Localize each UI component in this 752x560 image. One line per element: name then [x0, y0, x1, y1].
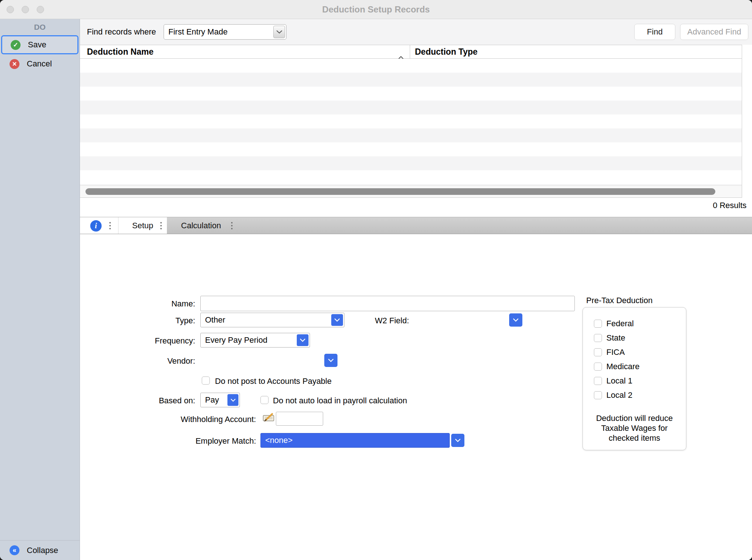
pretax-option-state[interactable]: State	[594, 334, 682, 342]
do-not-autoload-label: Do not auto load in payroll calculation	[273, 396, 407, 406]
window-title: Deduction Setup Records	[0, 0, 752, 19]
tab-calculation-label: Calculation	[181, 221, 221, 230]
frequency-label: Frequency:	[80, 336, 195, 346]
name-label: Name:	[80, 299, 195, 309]
find-records-label: Find records where	[87, 27, 156, 37]
find-field-select[interactable]: First Entry Made	[164, 24, 286, 40]
withholding-account-label: Withholding Account:	[80, 415, 256, 424]
drag-handle-icon	[231, 222, 233, 229]
collapse-button[interactable]: « Collapse	[0, 540, 80, 560]
based-on-value: Pay	[205, 393, 225, 407]
advanced-find-button[interactable]: Advanced Find	[680, 24, 748, 40]
tab-setup-label: Setup	[132, 221, 153, 230]
pretax-option-medicare[interactable]: Medicare	[594, 363, 682, 371]
pretax-title: Pre-Tax Deduction	[586, 296, 653, 305]
employer-match-chevron-button[interactable]	[451, 434, 464, 447]
local2-checkbox[interactable]	[594, 391, 602, 399]
medicare-label: Medicare	[606, 362, 639, 371]
local2-label: Local 2	[606, 390, 632, 400]
save-label: Save	[28, 40, 46, 50]
name-input[interactable]	[200, 296, 575, 311]
pretax-option-federal[interactable]: Federal	[594, 320, 682, 328]
pretax-option-local1[interactable]: Local 1	[594, 377, 682, 385]
records-table: Deduction Name Deduction Type	[80, 45, 742, 198]
app-window: Deduction Setup Records DO ✓ Save × Canc…	[0, 0, 752, 560]
collapse-icon: «	[10, 545, 19, 555]
find-button[interactable]: Find	[634, 24, 675, 40]
deduction-type-header-label: Deduction Type	[415, 47, 478, 57]
info-icon[interactable]: i	[90, 220, 102, 232]
local1-label: Local 1	[606, 376, 632, 386]
titlebar: Deduction Setup Records	[0, 0, 752, 19]
pretax-option-fica[interactable]: FICA	[594, 348, 682, 356]
account-ledger-icon[interactable]	[263, 412, 274, 424]
state-checkbox[interactable]	[594, 334, 602, 342]
scrollbar-thumb[interactable]	[85, 188, 715, 195]
type-value: Other	[205, 313, 329, 327]
federal-label: Federal	[606, 319, 634, 328]
cancel-label: Cancel	[27, 59, 52, 69]
chevron-down-icon	[513, 318, 519, 322]
do-not-post-ap-label: Do not post to Accounts Payable	[215, 377, 332, 386]
employer-match-value: <none>	[265, 433, 435, 447]
vendor-label: Vendor:	[80, 356, 195, 366]
frequency-value: Every Pay Period	[205, 333, 295, 347]
table-header: Deduction Name Deduction Type	[80, 45, 742, 59]
fica-checkbox[interactable]	[594, 348, 602, 356]
fica-label: FICA	[606, 348, 625, 357]
state-label: State	[606, 333, 625, 343]
find-field-value: First Entry Made	[168, 25, 270, 39]
column-header-deduction-type[interactable]: Deduction Type	[410, 45, 742, 58]
tab-bar: i Setup Calculation	[80, 217, 752, 234]
pretax-options: Federal State FICA Medicare	[594, 320, 682, 399]
frequency-select[interactable]: Every Pay Period	[200, 333, 310, 348]
main-area: Find records where First Entry Made Find…	[80, 19, 752, 560]
local1-checkbox[interactable]	[594, 377, 602, 385]
chevron-down-icon[interactable]	[297, 334, 309, 346]
do-not-autoload-checkbox[interactable]	[260, 396, 269, 404]
deduction-name-header-label: Deduction Name	[87, 47, 153, 57]
employer-match-select[interactable]: <none>	[260, 433, 450, 448]
column-header-deduction-name[interactable]: Deduction Name	[80, 45, 410, 58]
tab-setup[interactable]: Setup	[118, 217, 167, 234]
pretax-option-local2[interactable]: Local 2	[594, 391, 682, 399]
based-on-select[interactable]: Pay	[200, 393, 240, 407]
check-icon: ✓	[11, 40, 21, 50]
drag-handle-icon	[160, 222, 162, 229]
vendor-select[interactable]	[324, 354, 337, 367]
chevron-down-icon	[273, 26, 285, 38]
employer-match-label: Employer Match:	[80, 436, 256, 446]
withholding-account-input[interactable]	[276, 412, 323, 426]
do-not-post-ap-checkbox[interactable]	[202, 377, 210, 385]
cancel-button[interactable]: × Cancel	[0, 54, 80, 73]
type-select[interactable]: Other	[200, 313, 344, 327]
chevron-down-icon	[455, 439, 461, 442]
collapse-label: Collapse	[27, 546, 58, 555]
based-on-label: Based on:	[80, 396, 195, 406]
medicare-checkbox[interactable]	[594, 363, 602, 371]
horizontal-scrollbar[interactable]	[80, 185, 742, 197]
tab-calculation[interactable]: Calculation	[175, 217, 227, 234]
save-button[interactable]: ✓ Save	[1, 35, 79, 54]
type-label: Type:	[80, 316, 195, 326]
pretax-panel: Federal State FICA Medicare	[583, 307, 686, 450]
chevron-down-icon	[328, 359, 334, 362]
w2-field-select[interactable]	[509, 313, 522, 327]
w2-field-label: W2 Field:	[337, 316, 409, 326]
setup-form: Name: Type: Other W2 Field: Frequency: E…	[80, 234, 752, 560]
find-bar: Find records where First Entry Made Find…	[80, 19, 752, 45]
pretax-note: Deduction will reduce Taxable Wages for …	[592, 413, 677, 443]
sidebar: DO ✓ Save × Cancel « Collapse	[0, 19, 80, 560]
federal-checkbox[interactable]	[594, 320, 602, 328]
chevron-down-icon[interactable]	[227, 394, 238, 406]
drag-handle-icon	[109, 222, 111, 229]
x-icon: ×	[10, 59, 19, 69]
sidebar-header: DO	[0, 19, 80, 35]
table-body-empty[interactable]	[80, 59, 742, 186]
results-count: 0 Results	[713, 201, 746, 212]
